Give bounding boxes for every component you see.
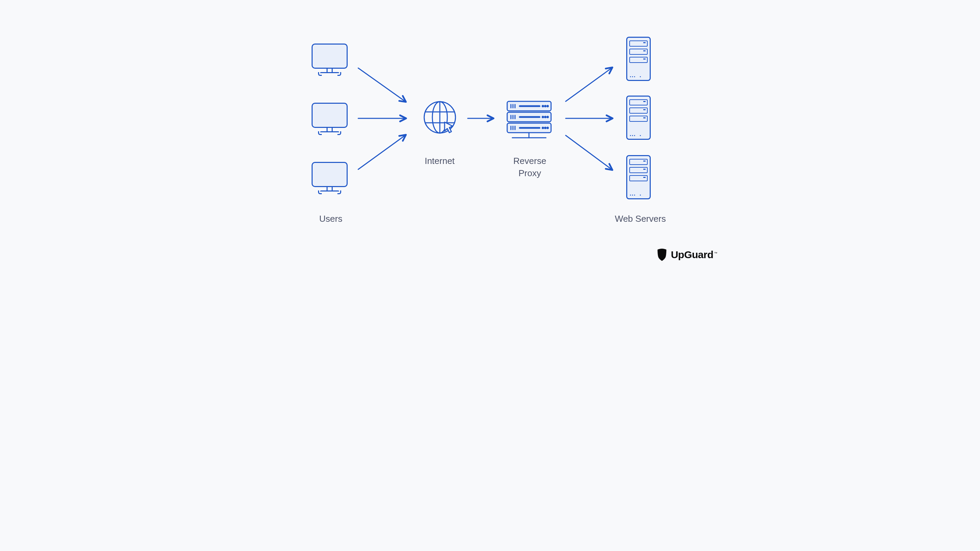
svg-point-19 bbox=[542, 116, 544, 118]
user-client-icon bbox=[312, 103, 348, 135]
reverse-proxy-label: Reverse Proxy bbox=[506, 155, 554, 180]
web-server-icon bbox=[626, 96, 651, 140]
svg-line-31 bbox=[358, 68, 405, 101]
svg-line-33 bbox=[358, 135, 405, 169]
svg-point-28 bbox=[547, 127, 548, 129]
user-client-icon bbox=[312, 43, 348, 76]
brand-logo: UpGuard™ bbox=[657, 248, 717, 261]
user-client-icon bbox=[312, 162, 348, 194]
svg-line-37 bbox=[566, 135, 612, 169]
brand-name: UpGuard™ bbox=[671, 249, 717, 261]
svg-point-26 bbox=[542, 127, 544, 129]
web-server-icon bbox=[626, 37, 651, 81]
svg-point-12 bbox=[542, 105, 544, 107]
users-label: Users bbox=[314, 213, 348, 225]
flow-arrows bbox=[243, 0, 738, 277]
shield-icon bbox=[657, 248, 667, 261]
web-servers-label: Web Servers bbox=[606, 213, 675, 225]
svg-line-35 bbox=[566, 68, 612, 101]
svg-point-14 bbox=[547, 105, 548, 107]
web-server-icon bbox=[626, 155, 651, 199]
svg-point-13 bbox=[545, 105, 546, 107]
svg-point-21 bbox=[547, 116, 548, 118]
diagram-canvas: Users Internet Reverse Proxy Web Servers… bbox=[243, 0, 738, 277]
svg-point-27 bbox=[545, 127, 546, 129]
internet-globe-icon bbox=[423, 100, 457, 138]
reverse-proxy-icon bbox=[506, 100, 552, 141]
internet-label: Internet bbox=[419, 155, 460, 167]
svg-point-20 bbox=[545, 116, 546, 118]
